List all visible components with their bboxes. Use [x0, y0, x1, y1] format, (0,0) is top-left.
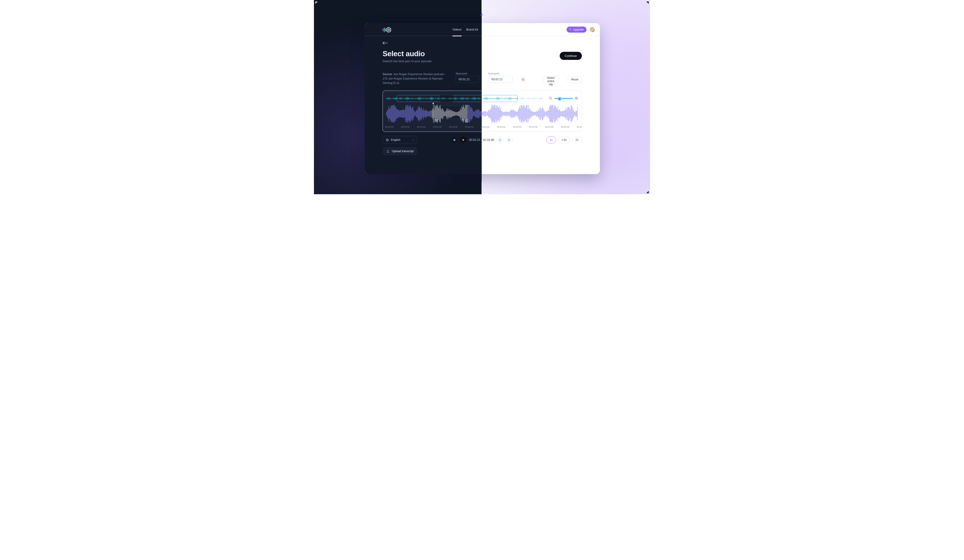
corner-marker: ◤ — [315, 1, 318, 4]
selection-handle-right[interactable]: ⋮ — [467, 111, 469, 114]
back-button[interactable] — [383, 41, 388, 46]
timeline-tick: 00:05:00 — [545, 125, 554, 128]
zoom-slider[interactable] — [554, 98, 573, 99]
speed-1x[interactable]: 1x — [546, 137, 556, 143]
timeline-tick: 00:01:30 — [433, 125, 441, 128]
reset-button[interactable]: Reset — [568, 76, 582, 83]
selection-handle-left[interactable]: ⋮ — [430, 111, 432, 114]
svg-line-352 — [577, 99, 578, 99]
page-title: Select audio — [383, 49, 432, 58]
overview-viewport[interactable] — [440, 95, 454, 102]
chevron-down-icon — [412, 139, 414, 141]
main-selection[interactable]: ⋮ ⋮ — [431, 106, 468, 119]
timeline-tick: 00:04:30 — [529, 125, 537, 128]
language-value: English — [391, 138, 401, 142]
language-select[interactable]: English — [383, 136, 417, 144]
timeline-tick: 00:05:30 — [561, 125, 569, 128]
play-icon — [462, 138, 465, 141]
start-point-input[interactable] — [456, 76, 480, 83]
timeline-tick: 00:03:30 — [497, 125, 506, 128]
timeline-tick: 00:01:00 — [417, 125, 426, 128]
history-icon — [521, 78, 525, 81]
timeline-tick: 00:00:30 — [401, 125, 410, 128]
source-text: Source: Joe Rogan Experience Review podc… — [383, 72, 447, 85]
start-point-label: Start point — [456, 72, 480, 75]
svg-text:5: 5 — [509, 139, 510, 141]
timeline-tick: 00:02:30 — [465, 125, 474, 128]
timeline-ticks: 00:00:0000:00:3000:01:0000:01:3000:02:00… — [386, 125, 578, 130]
upload-transcript-button[interactable]: Upload transcript — [383, 147, 417, 155]
globe-icon — [386, 138, 389, 142]
sparkle-icon — [569, 28, 572, 31]
corner-marker: ◥ — [646, 1, 649, 4]
timeline-tick: 00:06:00 — [577, 125, 582, 128]
page-subtitle: Selecth the best part of your episode — [383, 59, 432, 63]
zoom-out-icon[interactable] — [549, 96, 552, 100]
theme-divider-handle[interactable] — [480, 14, 483, 16]
history-button[interactable] — [521, 76, 525, 83]
nav-tab-brand-kit[interactable]: Brand kit — [466, 26, 478, 33]
previous-button[interactable] — [451, 137, 458, 143]
speed-2x[interactable]: 2x — [572, 137, 582, 143]
corner-marker: ◢ — [646, 190, 649, 194]
timeline-tick: 00:03:00 — [481, 125, 490, 128]
continue-button[interactable]: Continue — [560, 52, 582, 60]
zoom-in-icon[interactable] — [575, 96, 578, 100]
upgrade-button[interactable]: Upgrade — [567, 27, 586, 33]
timeline-tick: 00:00:00 — [385, 125, 394, 128]
end-point-label: End point — [489, 72, 513, 75]
back-5-icon: 5 — [507, 138, 511, 142]
waveform-panel: ⋮ ⋮ 00:00:0000:00:3000:01:0000:01:3000:0… — [383, 91, 582, 132]
main-waveform[interactable] — [386, 105, 578, 123]
svg-line-349 — [551, 99, 552, 99]
timeline-tick: 00:04:00 — [513, 125, 521, 128]
svg-text:5: 5 — [500, 139, 500, 141]
timeline-tick: 00:02:00 — [449, 125, 458, 128]
play-button[interactable] — [460, 137, 467, 143]
speed-1-5x[interactable]: 1.5x — [558, 137, 570, 143]
skip-back-icon — [453, 138, 456, 142]
nav-tab-videos[interactable]: Videos — [453, 26, 462, 33]
skip-back-5-button[interactable]: 5 — [506, 137, 513, 143]
end-point-input[interactable] — [489, 76, 513, 83]
overview-selection[interactable] — [397, 95, 518, 102]
avatar[interactable] — [590, 27, 595, 32]
brand-logo — [382, 27, 391, 33]
skip-forward-5-button[interactable]: 5 — [497, 137, 503, 143]
arrow-left-icon — [383, 41, 388, 45]
select-entire-clip-button[interactable]: Select entire clip — [543, 76, 559, 83]
forward-5-icon: 5 — [498, 138, 502, 142]
playhead[interactable] — [433, 103, 433, 123]
editor-card: Videos Brand kit Upgrade — [365, 23, 600, 174]
upload-icon — [386, 150, 389, 153]
topbar: Videos Brand kit Upgrade — [365, 23, 600, 36]
